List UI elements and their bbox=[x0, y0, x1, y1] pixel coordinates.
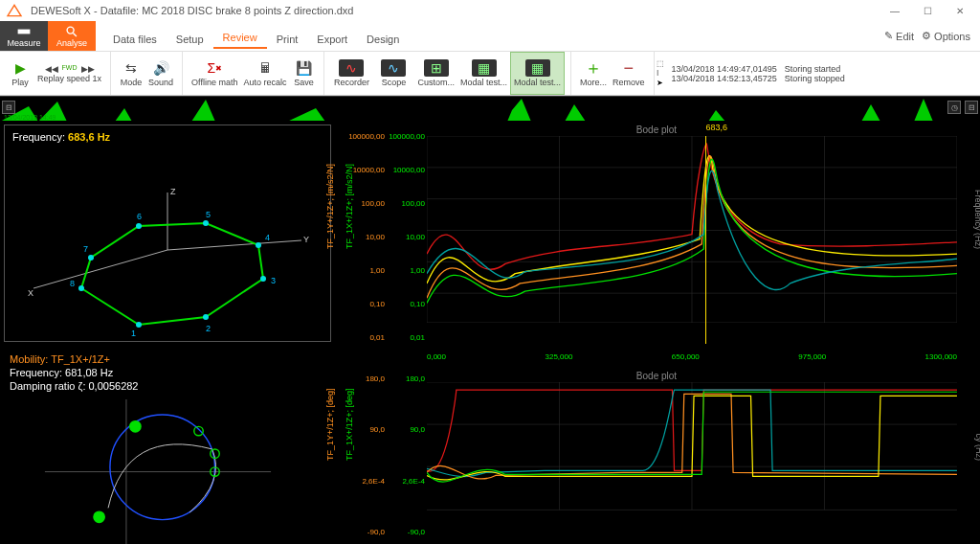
floppy-icon: 💾 bbox=[293, 59, 314, 77]
bode-mag-title: Bode plot bbox=[636, 125, 677, 135]
cursor-tool-icon[interactable]: ➤ bbox=[657, 79, 664, 87]
svg-rect-0 bbox=[18, 29, 31, 34]
title-bar: DEWESoft X - Datafile: MC 2018 DISC brak… bbox=[0, 0, 980, 21]
scope-icon: ∿ bbox=[381, 59, 406, 77]
svg-point-33 bbox=[94, 511, 104, 522]
auto-recalc-button[interactable]: 🖩Auto recalc bbox=[240, 52, 289, 95]
svg-text:4: 4 bbox=[265, 233, 270, 242]
log-row: 13/04/2018 14:52:13,45725Storing stopped bbox=[672, 74, 974, 83]
rewind-icon: ◀◀ bbox=[45, 64, 58, 74]
mobility-label: Mobility: TF_1X+/1Z+ bbox=[10, 353, 325, 365]
overview-waveform bbox=[0, 97, 980, 122]
bode-phase-ylabel-1: TF_1Y+/1Z+; [deg] bbox=[325, 388, 335, 461]
custom-icon: ⊞ bbox=[424, 59, 449, 77]
maximize-button[interactable]: ☐ bbox=[913, 2, 942, 19]
modal-test-2-button[interactable]: ▦Modal test... bbox=[510, 52, 565, 95]
offline-math-button[interactable]: Σ✖Offline math bbox=[189, 52, 240, 95]
geometry-3d-panel[interactable]: Frequency: 683,6 Hz Z X Y 1234 5678 bbox=[4, 125, 331, 342]
mode-tab-bar: Measure Analyse Data files Setup Review … bbox=[0, 21, 980, 52]
play-icon: ▶ bbox=[10, 59, 31, 77]
mobility-freq: Frequency: 681,08 Hz bbox=[10, 367, 325, 378]
close-button[interactable]: ✕ bbox=[946, 2, 974, 19]
svg-point-30 bbox=[194, 426, 203, 435]
bode-mag-right-label: Frequency (Hz) bbox=[973, 190, 980, 249]
scope-view-button[interactable]: ∿Scope bbox=[372, 52, 414, 95]
svg-point-12 bbox=[203, 314, 209, 320]
svg-point-15 bbox=[203, 220, 209, 226]
measure-label: Measure bbox=[7, 38, 40, 48]
mode-button[interactable]: ⇆Mode bbox=[117, 52, 145, 95]
menu-setup[interactable]: Setup bbox=[167, 30, 213, 49]
text-tool-icon[interactable]: Ⅰ bbox=[657, 69, 664, 78]
mode-icon: ⇆ bbox=[121, 59, 142, 77]
remove-button[interactable]: −Remove bbox=[610, 52, 648, 95]
gear-icon: ⚙ bbox=[922, 30, 931, 42]
event-log: 13/04/2018 14:49:47,01495Storing started… bbox=[666, 52, 980, 95]
bode-phase-plot bbox=[427, 382, 957, 510]
ribbon-toolbar: ▶Play ◀◀FWD▶▶ Replay speed 1x ⇆Mode 🔊Sou… bbox=[0, 52, 980, 96]
svg-text:Y: Y bbox=[303, 235, 309, 244]
bode-cursor[interactable]: 683,6 bbox=[705, 136, 706, 344]
overview-strip[interactable]: ⊟ 13/04/2018 14:49 ◷ ⊟ bbox=[0, 96, 980, 121]
custom-view-button[interactable]: ⊞Custom... bbox=[414, 52, 457, 95]
mobility-info-panel: Mobility: TF_1X+/1Z+ Frequency: 681,08 H… bbox=[0, 346, 335, 399]
options-button[interactable]: ⚙Options bbox=[922, 30, 970, 42]
speaker-icon: 🔊 bbox=[150, 59, 171, 77]
calculator-icon: 🖩 bbox=[255, 59, 276, 77]
overview-clock-button[interactable]: ◷ bbox=[947, 101, 961, 114]
svg-line-7 bbox=[167, 240, 301, 250]
recorder-view-button[interactable]: ∿Recorder bbox=[330, 52, 372, 95]
overview-right-button[interactable]: ⊟ bbox=[965, 101, 978, 114]
svg-text:X: X bbox=[28, 288, 33, 298]
menu-export[interactable]: Export bbox=[307, 30, 357, 49]
svg-point-16 bbox=[136, 223, 142, 229]
svg-text:1: 1 bbox=[131, 329, 136, 336]
menu-datafiles[interactable]: Data files bbox=[103, 30, 167, 49]
bode-phase-title: Bode plot bbox=[636, 371, 677, 381]
save-button[interactable]: 💾Save bbox=[289, 52, 318, 95]
overview-timestamp: 13/04/2018 14:49 bbox=[4, 114, 56, 121]
minimize-button[interactable]: — bbox=[880, 2, 909, 19]
menu-review[interactable]: Review bbox=[213, 28, 267, 49]
analyse-tab[interactable]: Analyse bbox=[48, 21, 96, 51]
edit-button[interactable]: ✎Edit bbox=[884, 30, 914, 42]
bode-phase-right-label: cy (Hz) bbox=[973, 433, 980, 461]
menu-design[interactable]: Design bbox=[357, 30, 409, 49]
more-button[interactable]: ＋More... bbox=[577, 52, 610, 95]
main-plot-area: Frequency: 683,6 Hz Z X Y 1234 5678 Mobi bbox=[0, 121, 980, 544]
svg-point-11 bbox=[136, 322, 142, 328]
menu-print[interactable]: Print bbox=[267, 30, 308, 49]
svg-text:7: 7 bbox=[83, 244, 88, 254]
bode-magnitude-panel[interactable]: Bode plot TF_1Y+/1Z+; [m/s2/N] TF_1X+/1Z… bbox=[337, 123, 976, 365]
modal-active-icon: ▦ bbox=[525, 59, 550, 77]
play-button[interactable]: ▶Play bbox=[6, 52, 34, 95]
svg-text:8: 8 bbox=[70, 279, 75, 288]
mobility-damping: Damping ratio ζ: 0,0056282 bbox=[10, 380, 325, 392]
replay-speed-button[interactable]: ◀◀FWD▶▶ Replay speed 1x bbox=[34, 52, 104, 95]
layout-tool-icon[interactable]: ⬚ bbox=[657, 59, 664, 68]
bode-phase-panel[interactable]: Bode plot TF_1Y+/1Z+; [deg] TF_1X+/1Z+; … bbox=[337, 369, 976, 542]
app-logo-icon bbox=[6, 4, 23, 17]
freq-label: Frequency: bbox=[12, 131, 65, 143]
bode-cursor-label: 683,6 bbox=[705, 123, 727, 132]
svg-point-29 bbox=[130, 421, 141, 432]
modal-test-1-button[interactable]: ▦Modal test... bbox=[457, 52, 510, 95]
svg-marker-9 bbox=[81, 223, 263, 325]
svg-point-10 bbox=[78, 285, 84, 291]
menu-bar: Data files Setup Review Print Export Des… bbox=[103, 21, 409, 51]
sound-button[interactable]: 🔊Sound bbox=[145, 52, 176, 95]
bode-mag-ylabel-1: TF_1Y+/1Z+; [m/s2/N] bbox=[325, 164, 335, 249]
svg-point-17 bbox=[88, 255, 94, 261]
search-icon bbox=[64, 25, 79, 38]
svg-text:Z: Z bbox=[170, 187, 176, 196]
circle-fit-plot[interactable] bbox=[38, 399, 278, 544]
log-row: 13/04/2018 14:49:47,01495Storing started bbox=[672, 64, 974, 74]
window-title: DEWESoft X - Datafile: MC 2018 DISC brak… bbox=[31, 5, 880, 16]
freq-value: 683,6 Hz bbox=[68, 131, 110, 143]
measure-tab[interactable]: Measure bbox=[0, 21, 48, 51]
pencil-icon: ✎ bbox=[884, 30, 893, 42]
svg-text:5: 5 bbox=[206, 210, 211, 219]
svg-line-2 bbox=[73, 33, 77, 36]
geometry-3d-plot: Z X Y 1234 5678 bbox=[24, 183, 311, 336]
svg-text:3: 3 bbox=[271, 276, 276, 285]
